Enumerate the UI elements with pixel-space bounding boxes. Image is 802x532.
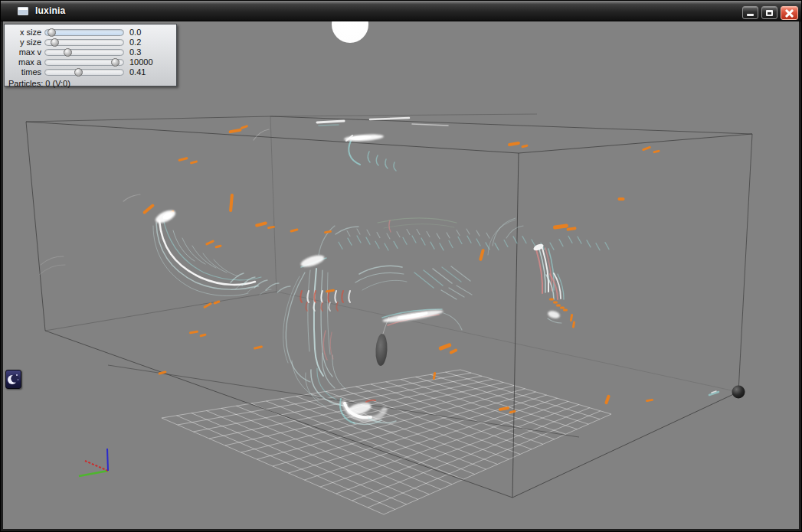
slider-knob[interactable] [111, 58, 119, 67]
slider-knob[interactable] [74, 68, 83, 77]
minimize-button[interactable] [742, 6, 758, 19]
slider-track[interactable] [44, 39, 124, 46]
slider-track[interactable] [44, 49, 124, 56]
slider-row-max-a: max a10000 [5, 57, 176, 67]
slider-label: x size [5, 28, 44, 37]
slider-label: max v [5, 47, 44, 57]
slider-label: y size [5, 38, 44, 47]
slider-knob[interactable] [51, 38, 59, 47]
slider-track[interactable] [44, 69, 124, 76]
slider-value: 10000 [124, 57, 153, 67]
window-controls [742, 6, 798, 20]
slider-list: x size0.0y size0.2max v0.3max a10000time… [5, 28, 176, 77]
slider-row-y-size: y size0.2 [5, 38, 176, 47]
close-icon [781, 7, 797, 19]
luxinia-moon-icon[interactable] [5, 370, 21, 389]
slider-row-x-size: x size0.0 [5, 28, 176, 37]
window-title: luxinia [35, 5, 65, 16]
titlebar[interactable]: luxinia [1, 1, 801, 21]
control-panel: x size0.0y size0.2max v0.3max a10000time… [4, 24, 177, 86]
slider-row-times: times0.41 [5, 67, 176, 77]
close-button[interactable] [781, 6, 798, 20]
slider-label: times [5, 67, 44, 77]
maximize-button[interactable] [761, 6, 777, 19]
particles-status: Particles: 0 (V:0) [8, 79, 176, 88]
slider-value: 0.0 [124, 28, 141, 37]
slider-track[interactable] [44, 59, 124, 66]
slider-value: 0.3 [124, 47, 141, 57]
slider-row-max-v: max v0.3 [5, 47, 176, 57]
minimize-icon [747, 14, 754, 16]
app-window: luxinia [0, 0, 802, 532]
maximize-icon [766, 10, 773, 16]
slider-knob[interactable] [47, 28, 56, 37]
app-window-icon [18, 7, 28, 15]
slider-label: max a [5, 57, 44, 67]
slider-value: 0.41 [124, 67, 146, 77]
scene-canvas [3, 21, 799, 529]
3d-viewport[interactable]: x size0.0y size0.2max v0.3max a10000time… [3, 21, 799, 529]
slider-value: 0.2 [124, 38, 141, 47]
slider-knob[interactable] [64, 48, 72, 57]
crescent-moon-icon [6, 370, 21, 388]
slider-track[interactable] [44, 29, 124, 36]
